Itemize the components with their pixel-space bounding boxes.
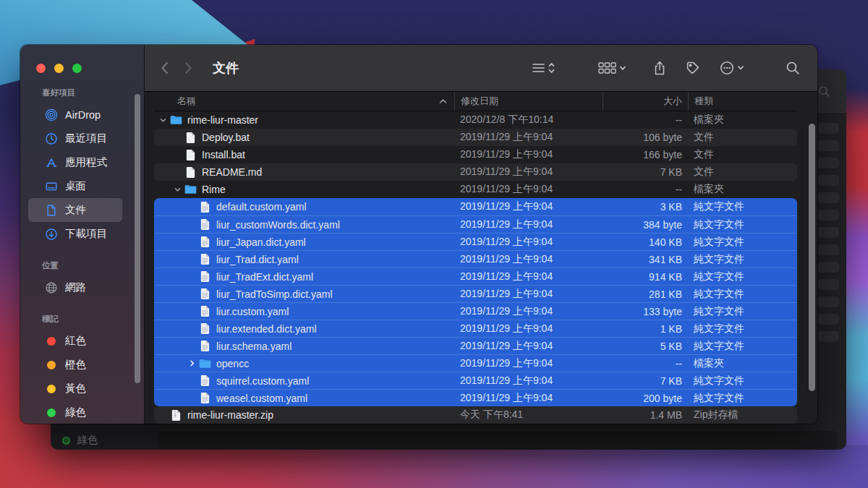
file-row-liur_customWords.dict.yaml[interactable]: liur_customWords.dict.yaml2019/11/29 上午9…	[154, 215, 797, 233]
sidebar-item-label: 最近項目	[65, 132, 107, 145]
file-row-README.md[interactable]: README.md2019/11/29 上午9:047 KB文件	[154, 163, 797, 181]
file-size: 166 byte	[603, 149, 688, 160]
forward-button[interactable]	[184, 61, 192, 74]
chevron-down-icon[interactable]	[158, 116, 169, 124]
file-row-default.custom.yaml[interactable]: default.custom.yaml2019/11/29 上午9:043 KB…	[154, 198, 797, 215]
file-size: 7 KB	[603, 375, 688, 387]
file-kind: 純文字文件	[688, 322, 797, 335]
file-date-modified: 2019/11/29 上午9:04	[454, 322, 603, 335]
file-kind: 純文字文件	[688, 200, 797, 213]
file-date-modified: 2019/11/29 上午9:04	[454, 236, 603, 249]
column-header-kind[interactable]: 種類	[688, 92, 797, 111]
sidebar-item-label: 文件	[65, 203, 86, 217]
file-row-liur_TradToSimp.dict.yaml[interactable]: liur_TradToSimp.dict.yaml2019/11/29 上午9:…	[154, 285, 797, 302]
file-date-modified: 2019/11/29 上午9:04	[454, 200, 603, 213]
sidebar-item-文件[interactable]: 文件	[28, 198, 122, 222]
more-actions-button[interactable]	[720, 61, 745, 75]
sidebar-section: 位置網路	[20, 260, 144, 299]
sidebar-item-黃色[interactable]: 黃色	[28, 377, 122, 401]
sidebar-item-紅色[interactable]: 紅色	[28, 329, 122, 353]
clock-icon	[45, 132, 58, 145]
list-scrollbar[interactable]	[809, 124, 815, 391]
file-row-Deploy.bat[interactable]: Deploy.bat2019/11/29 上午9:04106 byte文件	[154, 129, 797, 146]
file-row-liur.extended.dict.yaml[interactable]: liur.extended.dict.yaml2019/11/29 上午9:04…	[154, 320, 797, 337]
chevron-right-icon[interactable]	[187, 359, 197, 367]
folder-icon	[197, 359, 212, 369]
file-size: 5 KB	[603, 341, 688, 352]
list-column-headers: 名稱 修改日期 大小 種類	[154, 92, 797, 111]
file-text-icon	[197, 253, 212, 265]
file-row-liur_Japan.dict.yaml[interactable]: liur_Japan.dict.yaml2019/11/29 上午9:04140…	[154, 233, 797, 250]
group-by-button[interactable]	[598, 61, 627, 74]
sidebar-item-桌面[interactable]: 桌面	[28, 174, 122, 198]
column-header-date[interactable]: 修改日期	[454, 92, 603, 111]
sidebar-scrollbar[interactable]	[135, 94, 140, 383]
file-row-weasel.custom.yaml[interactable]: weasel.custom.yaml2019/11/29 上午9:04200 b…	[154, 389, 797, 406]
file-kind: 純文字文件	[688, 374, 797, 388]
share-button[interactable]	[653, 61, 666, 76]
tag-button[interactable]	[686, 61, 700, 75]
background-window-rows	[817, 123, 842, 348]
sidebar-item-AirDrop[interactable]: AirDrop	[28, 103, 122, 127]
list-view-button[interactable]	[532, 61, 558, 74]
file-name: liur_TradToSimp.dict.yaml	[216, 288, 333, 300]
file-name: default.custom.yaml	[216, 201, 307, 213]
airdrop-icon	[45, 108, 58, 121]
background-row-fragment	[817, 123, 839, 134]
file-row-rime-liur-master[interactable]: rime-liur-master2020/12/8 下午10:14--檔案夾	[154, 111, 797, 129]
column-header-size[interactable]: 大小	[603, 92, 688, 111]
file-name: liur.custom.yaml	[216, 306, 289, 317]
column-header-name[interactable]: 名稱	[154, 92, 454, 111]
file-date-modified: 2019/11/29 上午9:04	[454, 166, 603, 179]
sidebar-item-橙色[interactable]: 橙色	[28, 353, 122, 377]
sidebar-item-label: 橙色	[65, 358, 86, 372]
zoom-button[interactable]	[72, 64, 82, 73]
sidebar-section: 喜好項目AirDrop最近項目應用程式桌面文件下載項目	[20, 87, 144, 246]
file-row-Install.bat[interactable]: Install.bat2019/11/29 上午9:04166 byte文件	[154, 146, 797, 163]
file-date-modified: 2019/11/29 上午9:04	[454, 253, 603, 266]
back-button[interactable]	[161, 61, 169, 74]
background-row-fragment	[817, 192, 839, 203]
file-row-rime-liur-master.zip[interactable]: rime-liur-master.zip今天 下午8:411.4 MBZip封存…	[154, 406, 797, 424]
file-text-icon	[197, 322, 212, 335]
file-size: 106 byte	[603, 132, 688, 143]
sidebar-item-網路[interactable]: 網路	[28, 275, 122, 299]
file-size: 140 KB	[603, 236, 688, 248]
file-date-modified: 2019/11/29 上午9:04	[454, 148, 603, 161]
sidebar-section-header: 喜好項目	[20, 87, 144, 98]
file-row-liur.schema.yaml[interactable]: liur.schema.yaml2019/11/29 上午9:045 KB純文字…	[154, 337, 797, 354]
file-row-squirrel.custom.yaml[interactable]: squirrel.custom.yaml2019/11/29 上午9:047 K…	[154, 372, 797, 389]
file-row-liur.custom.yaml[interactable]: liur.custom.yaml2019/11/29 上午9:04133 byt…	[154, 302, 797, 320]
file-name: squirrel.custom.yaml	[216, 375, 309, 387]
minimize-button[interactable]	[54, 64, 64, 73]
background-row-fragment	[817, 210, 839, 221]
background-row-fragment	[817, 158, 839, 168]
file-kind: 檔案夾	[688, 357, 797, 370]
file-date-modified: 2019/11/29 上午9:04	[454, 183, 603, 196]
file-name: opencc	[216, 358, 249, 369]
sidebar-item-最近項目[interactable]: 最近項目	[28, 127, 122, 150]
file-row-opencc[interactable]: opencc2019/11/29 上午9:04--檔案夾	[154, 354, 797, 372]
file-kind: 純文字文件	[688, 392, 797, 405]
background-row-fragment	[817, 279, 839, 290]
file-row-liur_TradExt.dict.yaml[interactable]: liur_TradExt.dict.yaml2019/11/29 上午9:049…	[154, 267, 797, 285]
file-text-icon	[197, 374, 212, 387]
file-text-icon	[197, 305, 212, 317]
tag-dot-icon	[47, 361, 56, 369]
file-row-liur_Trad.dict.yaml[interactable]: liur_Trad.dict.yaml2019/11/29 上午9:04341 …	[154, 250, 797, 267]
file-text-icon	[197, 392, 212, 404]
search-button[interactable]	[786, 61, 800, 75]
file-list: rime-liur-master2020/12/8 下午10:14--檔案夾De…	[154, 111, 797, 424]
sidebar-item-綠色[interactable]: 綠色	[28, 401, 122, 424]
file-date-modified: 2020/12/8 下午10:14	[454, 114, 603, 127]
desktop-icon	[45, 180, 58, 193]
close-button[interactable]	[36, 64, 46, 73]
sidebar-item-label: 黃色	[65, 382, 86, 395]
sidebar-item-下載項目[interactable]: 下載項目	[28, 222, 122, 246]
background-row-fragment	[817, 227, 839, 238]
chevron-down-icon[interactable]	[172, 186, 183, 194]
file-row-Rime[interactable]: Rime2019/11/29 上午9:04--檔案夾	[154, 181, 797, 198]
appstore-icon	[45, 156, 58, 169]
sidebar-item-應用程式[interactable]: 應用程式	[28, 150, 122, 174]
file-date-modified: 2019/11/29 上午9:04	[454, 357, 603, 370]
